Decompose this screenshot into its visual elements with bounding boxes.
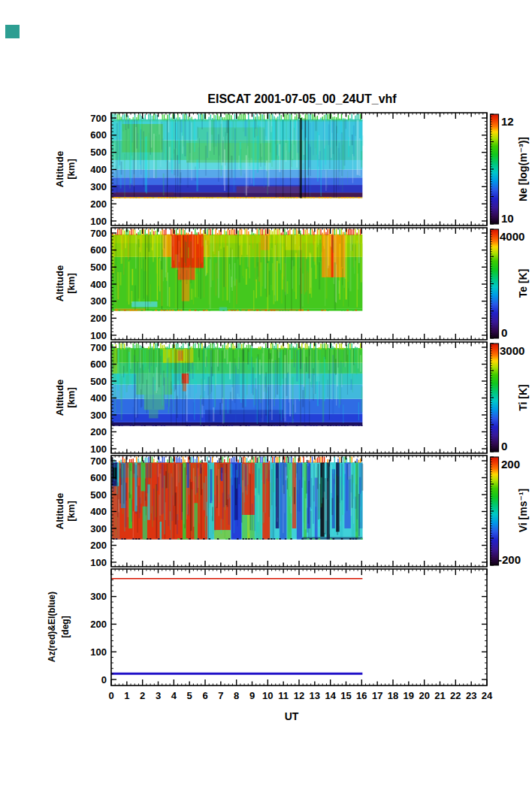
tick-label: 600 — [90, 244, 107, 256]
tick-label: 300 — [90, 295, 107, 307]
tick-label: 0 — [108, 690, 113, 701]
tick-label: 700 — [90, 228, 107, 239]
tick-label: 18 — [388, 690, 398, 701]
tick-label: 200 — [90, 313, 107, 324]
ne-altitude-label: Altitude — [54, 151, 65, 187]
panel-vi-heatmap — [111, 457, 364, 540]
tick-label: 10 — [262, 690, 273, 701]
ne-altitude-unit: [km] — [65, 159, 77, 179]
vi-colorbar-max: 200 — [501, 458, 520, 471]
tick-label: 700 — [90, 113, 107, 124]
tick-label: 19 — [404, 690, 414, 701]
eiscat-summary-figure: 7006005004003002001007006005004003002001… — [0, 0, 532, 799]
tick-label: 200 — [90, 540, 107, 551]
generated-plot-layers: 7006005004003002001007006005004003002001… — [90, 113, 498, 702]
tick-label: 15 — [340, 690, 351, 701]
x-axis-label: UT — [285, 710, 299, 722]
tick-label: 700 — [90, 455, 107, 467]
panel-ti-heatmap — [111, 344, 363, 426]
tick-label: 20 — [419, 690, 429, 701]
tick-label: 11 — [278, 690, 289, 701]
tick-label: 200 — [90, 198, 107, 210]
plot-canvas: 7006005004003002001007006005004003002001… — [0, 0, 532, 799]
te-colorbar-max: 4000 — [500, 230, 524, 243]
tick-label: 23 — [466, 690, 476, 701]
tick-label: 12 — [294, 690, 304, 701]
tick-label: 100 — [90, 330, 107, 341]
azel-axis-unit: [deg] — [60, 616, 71, 637]
tick-label: 300 — [90, 410, 107, 421]
tick-label: 700 — [90, 342, 107, 353]
tick-label: 8 — [234, 690, 239, 701]
tick-label: 100 — [90, 646, 107, 658]
tick-label: 6 — [202, 690, 207, 701]
panel-ne-heatmap — [111, 114, 364, 198]
vi-altitude-label: Altitude — [54, 493, 65, 529]
tick-label: 9 — [249, 690, 255, 701]
panel-te-heatmap — [111, 229, 362, 311]
tick-label: 400 — [90, 164, 107, 175]
tick-label: 400 — [90, 506, 107, 517]
tick-label: 300 — [90, 591, 107, 602]
ne-colorbar-label: Ne [log(m⁻³)] — [517, 137, 529, 201]
tick-label: 0 — [101, 674, 107, 686]
tick-label: 1 — [124, 690, 129, 701]
tick-label: 300 — [90, 181, 107, 192]
tick-label: 4 — [171, 690, 177, 701]
vi-colorbar-min: -200 — [498, 553, 521, 566]
tick-label: 100 — [90, 557, 107, 568]
plot-title: EISCAT 2001-07-05_00_24UT_vhf — [207, 92, 397, 105]
te-colorbar-min: 0 — [501, 326, 507, 339]
tick-label: 200 — [90, 619, 107, 630]
tick-label: 500 — [90, 147, 107, 158]
tick-label: 3 — [156, 690, 161, 701]
vi-colorbar-label: Vi [ms⁻¹] — [517, 489, 529, 532]
tick-label: 500 — [90, 489, 107, 501]
tick-label: 500 — [90, 262, 107, 273]
tick-label: 600 — [90, 359, 107, 370]
tick-label: 2 — [140, 690, 145, 701]
tick-label: 5 — [187, 690, 192, 701]
tick-label: 600 — [90, 472, 107, 483]
tick-label: 21 — [434, 690, 445, 701]
tick-label: 400 — [90, 279, 107, 290]
tick-label: 100 — [90, 443, 107, 455]
tick-label: 13 — [310, 690, 320, 701]
te-altitude-label: Altitude — [54, 265, 65, 301]
tick-label: 100 — [90, 216, 107, 227]
tick-label: 16 — [356, 690, 367, 701]
tick-label: 24 — [482, 690, 493, 701]
te-colorbar-label: Te [K] — [517, 269, 529, 298]
ti-colorbar-max: 3000 — [500, 344, 524, 357]
panel-azel-lines — [111, 579, 362, 674]
vi-altitude-unit: [km] — [65, 501, 77, 521]
ne-colorbar-max: 12 — [501, 115, 514, 128]
tick-label: 600 — [90, 129, 107, 141]
tick-label: 17 — [372, 690, 382, 701]
tick-label: 14 — [325, 690, 336, 701]
tick-label: 200 — [90, 426, 107, 437]
tick-label: 22 — [450, 690, 461, 701]
ti-altitude-unit: [km] — [65, 387, 77, 407]
azel-axis-label: Az(red)&El(blue) — [47, 592, 57, 662]
tick-label: 300 — [90, 523, 107, 534]
tick-label: 500 — [90, 376, 107, 387]
ti-colorbar-label: Ti [K] — [517, 384, 529, 411]
te-altitude-unit: [km] — [65, 273, 77, 293]
ne-colorbar-min: 10 — [501, 212, 514, 225]
ti-colorbar-min: 0 — [501, 440, 507, 452]
tick-label: 400 — [90, 392, 107, 404]
ti-altitude-label: Altitude — [54, 380, 65, 416]
tick-label: 7 — [218, 690, 223, 701]
